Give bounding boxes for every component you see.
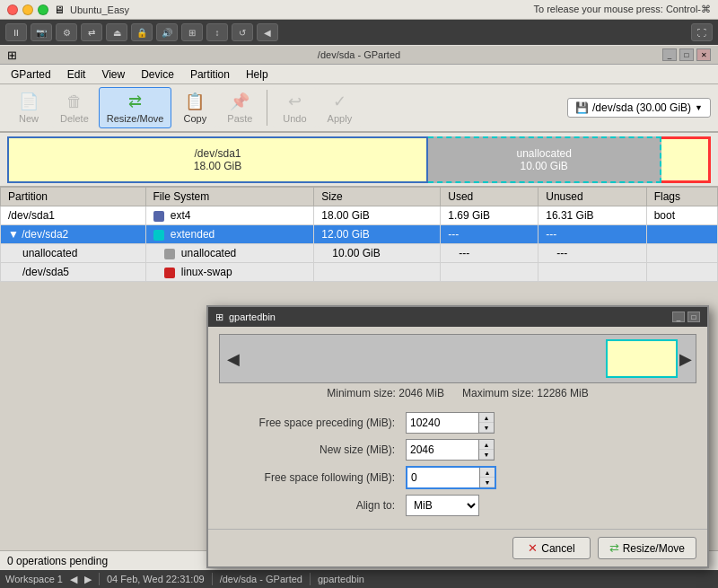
dialog-title: gpartedbin (229, 312, 276, 322)
resize-move-confirm-button[interactable]: ⇄ Resize/Move (598, 537, 696, 559)
new-size-input-group[interactable]: ▲ ▼ (406, 439, 495, 461)
cell-flags: boot (646, 206, 717, 225)
spin-down[interactable]: ▼ (479, 423, 494, 433)
new-size-spinner[interactable]: ▲ ▼ (478, 440, 494, 460)
menu-view[interactable]: View (94, 66, 132, 83)
maximize-button[interactable] (38, 4, 48, 15)
copy-icon: 📋 (185, 92, 205, 111)
sda1-size: 18.00 GiB (194, 160, 241, 172)
fullscreen-button[interactable]: ⛶ (691, 23, 713, 41)
win-close[interactable]: ✕ (696, 48, 711, 61)
vm-btn9[interactable]: ◀ (257, 23, 278, 41)
cell-partition: /dev/sda5 (1, 263, 146, 282)
pause-button[interactable]: ⏸ (5, 23, 27, 41)
table-row[interactable]: ▼ /dev/sda2 extended 12.00 GiB --- --- (1, 225, 718, 244)
fs-icon (153, 230, 164, 241)
close-button[interactable] (7, 4, 18, 15)
col-unused: Unused (538, 188, 646, 206)
device-selector-area[interactable]: 💾 /dev/sda (30.00 GiB) ▼ (567, 98, 711, 118)
screenshot-button[interactable]: 📷 (31, 23, 52, 41)
release-hint: To release your mouse press: Control-⌘ (534, 4, 711, 15)
dialog-minimize[interactable]: _ (672, 312, 685, 322)
device-label: /dev/sda (30.00 GiB) (592, 101, 691, 114)
free-following-input-group[interactable]: ▲ ▼ (406, 466, 496, 489)
taskbar: Workspace 1 ◀ ▶ 04 Feb, Wed 22:31:09 /de… (0, 570, 718, 588)
title-bar: 🖥 Ubuntu_Easy To release your mouse pres… (0, 0, 718, 20)
free-following-spinner[interactable]: ▲ ▼ (479, 468, 495, 487)
device-selector[interactable]: 💾 /dev/sda (30.00 GiB) ▼ (567, 98, 711, 118)
taskbar-workspace[interactable]: Workspace 1 (5, 574, 63, 584)
table-row[interactable]: unallocated unallocated 10.00 GiB --- --… (1, 244, 718, 263)
align-select-group[interactable]: MiB Cylinder None (406, 495, 479, 516)
spin-down[interactable]: ▼ (479, 450, 494, 460)
dialog-maximize[interactable]: □ (687, 312, 700, 322)
table-row[interactable]: /dev/sda1 ext4 18.00 GiB 1.69 GiB 16.31 … (1, 206, 718, 225)
minimize-button[interactable] (22, 4, 33, 15)
new-label: New (19, 113, 39, 124)
device-icon: 💾 (575, 101, 589, 114)
col-used: Used (441, 188, 538, 206)
vm-btn6[interactable]: ⊞ (181, 23, 203, 41)
free-preceding-input-group[interactable]: ▲ ▼ (406, 412, 495, 434)
free-preceding-spinner[interactable]: ▲ ▼ (478, 413, 494, 433)
spin-up[interactable]: ▲ (479, 413, 494, 423)
dialog-partition-preview (606, 339, 678, 378)
table-row[interactable]: /dev/sda5 linux-swap (1, 263, 718, 282)
win-minimize[interactable]: _ (662, 48, 677, 61)
spin-up[interactable]: ▲ (480, 468, 495, 478)
disk-part-selected[interactable] (661, 136, 711, 183)
free-following-input[interactable] (407, 468, 479, 487)
audio-button[interactable]: 🔊 (156, 23, 178, 41)
cell-unused: --- (538, 225, 646, 244)
align-select[interactable]: MiB Cylinder None (407, 496, 478, 515)
toolbar: 📄 New 🗑 Delete ⇄ Resize/Move 📋 Copy 📌 Pa… (0, 84, 718, 133)
copy-label: Copy (184, 113, 207, 124)
settings-button[interactable]: ⚙ (56, 23, 77, 41)
dialog-title-right[interactable]: _ □ (672, 312, 700, 322)
menu-gparted[interactable]: GParted (4, 66, 58, 83)
taskbar-nav-right[interactable]: ▶ (84, 574, 92, 585)
vm-btn7[interactable]: ↕ (206, 23, 228, 41)
menu-edit[interactable]: Edit (60, 66, 93, 83)
menu-help[interactable]: Help (239, 66, 276, 83)
paste-button[interactable]: 📌 Paste (218, 87, 261, 128)
vm-title: Ubuntu_Easy (70, 4, 129, 15)
undo-button[interactable]: ↩ Undo (273, 87, 316, 128)
menu-device[interactable]: Device (134, 66, 181, 83)
usb-button[interactable]: ⏏ (106, 23, 127, 41)
disk-part-sda1[interactable]: /dev/sda1 18.00 GiB (7, 136, 428, 183)
resize-confirm-icon: ⇄ (609, 541, 619, 555)
dialog-buttons: ✕ Cancel ⇄ Resize/Move (208, 529, 707, 566)
spin-up[interactable]: ▲ (479, 440, 494, 450)
apply-button[interactable]: ✓ Apply (318, 87, 361, 128)
taskbar-app[interactable]: gpartedbin (318, 574, 364, 584)
paste-label: Paste (227, 113, 252, 124)
vm-btn8[interactable]: ↺ (232, 23, 253, 41)
new-size-input[interactable] (407, 440, 478, 460)
lock-button[interactable]: 🔒 (131, 23, 153, 41)
resize-move-button[interactable]: ⇄ Resize/Move (99, 87, 172, 128)
new-button[interactable]: 📄 New (7, 87, 50, 128)
taskbar-device[interactable]: /dev/sda - GParted (220, 574, 302, 584)
network-button[interactable]: ⇄ (81, 23, 102, 41)
copy-button[interactable]: 📋 Copy (173, 87, 216, 128)
cell-size: 10.00 GiB (314, 244, 441, 263)
spin-down[interactable]: ▼ (480, 478, 495, 487)
cell-partition: ▼ /dev/sda2 (1, 225, 146, 244)
cell-used: --- (441, 225, 538, 244)
fs-label: unallocated (181, 247, 236, 259)
col-flags: Flags (646, 188, 717, 206)
delete-button[interactable]: 🗑 Delete (52, 87, 97, 128)
free-preceding-input[interactable] (407, 413, 478, 433)
cancel-button[interactable]: ✕ Cancel (512, 537, 590, 559)
left-arrow-icon[interactable]: ◀ (227, 349, 240, 369)
taskbar-sep2 (212, 573, 213, 585)
win-maximize[interactable]: □ (679, 48, 694, 61)
window-controls[interactable]: _ □ ✕ (662, 48, 711, 61)
taskbar-nav-left[interactable]: ◀ (70, 574, 77, 585)
menu-partition[interactable]: Partition (183, 66, 237, 83)
menu-bar: GParted Edit View Device Partition Help (0, 65, 718, 84)
right-arrow-icon[interactable]: ▶ (679, 349, 692, 369)
disk-part-unalloc[interactable]: unallocated 10.00 GiB (428, 136, 661, 183)
traffic-lights (7, 4, 48, 15)
